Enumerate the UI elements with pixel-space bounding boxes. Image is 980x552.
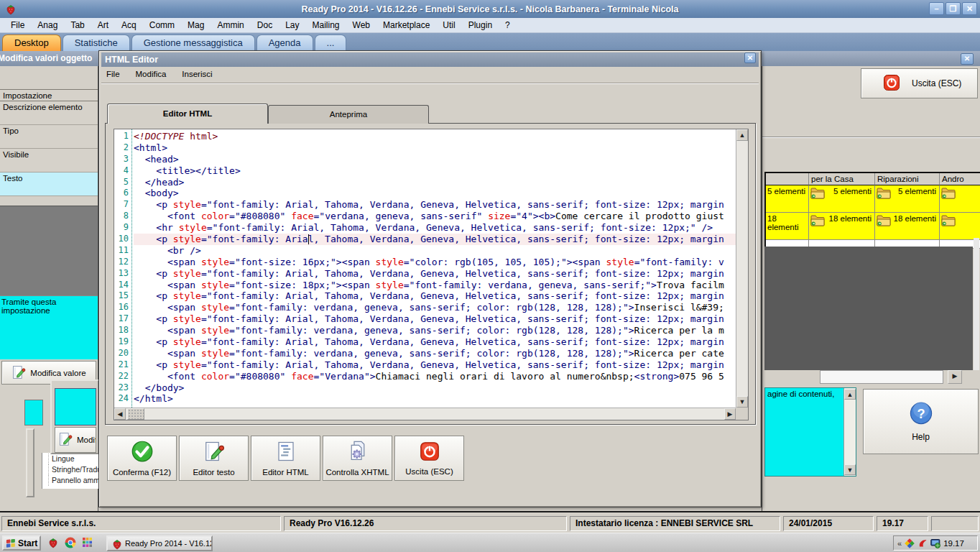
desktop-tab-desktop[interactable]: Desktop xyxy=(2,34,61,51)
table-cell[interactable]: 5 elementi xyxy=(809,185,875,213)
menu-item-ammin[interactable]: Ammin xyxy=(211,19,250,32)
code-line[interactable]: </body> xyxy=(134,382,736,394)
table-header-cell[interactable] xyxy=(766,173,809,185)
tray-swoosh-icon[interactable] xyxy=(917,538,928,548)
quicklaunch-browser-icon[interactable] xyxy=(65,537,76,548)
scroll-down-icon[interactable]: ▼ xyxy=(736,396,748,408)
menu-item-art[interactable]: Art xyxy=(91,19,115,32)
button-conferma-f12-[interactable]: Conferma (F12) xyxy=(107,436,177,481)
code-line[interactable]: <span style="font-family: verdana, genev… xyxy=(134,348,736,359)
desktop-tab-gestionemessaggistica[interactable]: Gestione messaggistica xyxy=(131,34,255,51)
menu-item-util[interactable]: Util xyxy=(436,19,461,32)
help-button[interactable]: ? Help xyxy=(863,389,979,454)
quicklaunch-grid-icon[interactable] xyxy=(82,537,93,548)
table-header-cell[interactable]: Andro xyxy=(940,173,980,185)
table-cell[interactable] xyxy=(940,185,980,213)
code-line[interactable]: </html> xyxy=(134,393,736,405)
code-line[interactable]: <span style="font-size: 18px;"><span sty… xyxy=(134,280,736,291)
scroll-up-icon[interactable]: ▲ xyxy=(844,389,856,400)
menu-item-acq[interactable]: Acq xyxy=(115,19,143,32)
tree-item[interactable]: Lingue xyxy=(48,454,99,464)
code-line[interactable]: <font color="#808080" face="verdana, gen… xyxy=(134,211,736,222)
code-line[interactable]: <hr style="font-family: Arial, Tahoma, V… xyxy=(134,222,736,234)
code-line[interactable]: <p style="font-family: Arial, Tahoma, Ve… xyxy=(134,359,736,371)
code-line[interactable]: <p style="font-family: Arial, Tahoma, Ve… xyxy=(134,336,736,348)
scrollbar-thumb[interactable] xyxy=(127,408,144,420)
exit-esc-button[interactable]: Uscita (ESC) xyxy=(861,68,978,98)
code-line[interactable]: <!DOCTYPE html> xyxy=(134,131,736,142)
table-cell[interactable]: 5 elementi xyxy=(766,185,809,213)
menu-item-doc[interactable]: Doc xyxy=(251,19,279,32)
table-header-cell[interactable]: Riparazioni xyxy=(875,173,940,185)
close-icon[interactable]: ✕ xyxy=(961,53,974,65)
menu-item-marketplace[interactable]: Marketplace xyxy=(376,19,436,32)
tray-network-icon[interactable] xyxy=(930,538,940,548)
scroll-down-icon[interactable]: ▼ xyxy=(844,464,856,475)
tray-antivirus-icon[interactable] xyxy=(905,538,915,548)
horizontal-scrollbar[interactable]: ◀ ▶ xyxy=(114,408,736,420)
code-line[interactable]: </head> xyxy=(134,177,736,188)
code-line[interactable]: <p style="font-family: Arial, Tahoma, Ve… xyxy=(134,290,736,302)
start-button[interactable]: Start xyxy=(2,535,41,551)
tab-anteprima[interactable]: Anteprima xyxy=(268,105,429,124)
scroll-right-icon[interactable]: ▶ xyxy=(948,370,962,384)
code-text-area[interactable]: <!DOCTYPE html><html> <head> <title></ti… xyxy=(134,131,736,408)
quicklaunch-strawberry-icon[interactable] xyxy=(47,537,59,548)
menu-item-comm[interactable]: Comm xyxy=(143,19,181,32)
dialog-menu-modifica[interactable]: Modifica xyxy=(136,70,167,78)
taskbar-task-readypro[interactable]: Ready Pro 2014 - V16.12.... xyxy=(106,535,213,551)
button-editor-html[interactable]: Editor HTML xyxy=(251,436,320,481)
horizontal-scrollbar[interactable] xyxy=(820,370,943,384)
table-cell[interactable]: 5 elementi xyxy=(875,185,940,213)
code-line[interactable]: <body> xyxy=(134,188,736,199)
minimize-icon[interactable]: – xyxy=(929,2,944,15)
menu-item-lay[interactable]: Lay xyxy=(279,19,305,32)
code-line[interactable]: <p style="font-family: Arial, Tahoma, Ve… xyxy=(134,313,736,325)
tree-item[interactable]: Pannello ammin xyxy=(48,475,99,486)
button-controlla-xhtml[interactable]: Controlla XHTML xyxy=(323,436,392,481)
code-line[interactable]: <p style="font-family: Arial, Tahoma, Ve… xyxy=(134,234,736,245)
tab-editor-html[interactable]: Editor HTML xyxy=(107,104,268,124)
code-editor[interactable]: 123456789101112131415161718192021222324 … xyxy=(114,129,749,420)
menu-item-anag[interactable]: Anag xyxy=(31,19,64,32)
table-cell[interactable]: 18 elementi xyxy=(875,213,940,240)
tray-expand-icon[interactable]: « xyxy=(897,539,902,548)
scroll-right-icon[interactable]: ▶ xyxy=(724,408,736,420)
scrollbar-track[interactable] xyxy=(974,238,979,370)
code-line[interactable]: <br /> xyxy=(134,245,736,257)
modify-button-clipped[interactable]: Modifica xyxy=(55,427,96,453)
table-cell[interactable]: 18 elementi xyxy=(766,213,809,240)
menu-item-?[interactable]: ? xyxy=(499,19,517,32)
code-line[interactable]: <span style="font-family: verdana, genev… xyxy=(134,325,736,336)
menu-item-file[interactable]: File xyxy=(4,19,31,32)
code-line[interactable]: <p style="font-family: Arial, Tahoma, Ve… xyxy=(134,268,736,280)
table-cell[interactable] xyxy=(940,213,980,240)
code-line[interactable]: <head> xyxy=(134,154,736,165)
code-line[interactable]: <font color="#808080" face="Verdana">Chi… xyxy=(134,371,736,382)
setting-row-visibile[interactable]: Visibile xyxy=(0,149,98,172)
close-icon[interactable]: ✕ xyxy=(744,52,756,63)
setting-row-testo[interactable]: Testo xyxy=(0,172,98,196)
code-line[interactable]: <span style="font-size: 16px;"><span sty… xyxy=(134,257,736,268)
desktop-tab-statistiche[interactable]: Statistiche xyxy=(63,34,130,51)
menu-item-mag[interactable]: Mag xyxy=(181,19,211,32)
dialog-menu-file[interactable]: File xyxy=(106,70,120,78)
menu-item-mailing[interactable]: Mailing xyxy=(306,19,346,32)
menu-item-plugin[interactable]: Plugin xyxy=(462,19,499,32)
scroll-up-icon[interactable]: ▲ xyxy=(736,129,748,141)
button-uscita-esc-[interactable]: Uscita (ESC) xyxy=(394,436,464,481)
table-header-cell[interactable]: per la Casa xyxy=(809,173,875,185)
button-editor-testo[interactable]: Editor testo xyxy=(179,436,249,481)
desktop-tab-...[interactable]: ... xyxy=(315,34,347,51)
menu-item-tab[interactable]: Tab xyxy=(64,19,91,32)
dialog-menu-inserisci[interactable]: Inserisci xyxy=(182,70,212,78)
setting-row-descrizioneelemento[interactable]: Descrizione elemento xyxy=(0,101,98,125)
code-line[interactable]: <p style="font-family: Arial, Tahoma, Ve… xyxy=(134,199,736,211)
tree-item[interactable]: Stringhe/Traduz xyxy=(48,464,99,475)
vertical-scrollbar[interactable]: ▲ ▼ xyxy=(843,388,856,476)
menu-item-web[interactable]: Web xyxy=(346,19,376,32)
table-cell[interactable]: 18 elementi xyxy=(809,213,875,240)
close-icon[interactable]: ✕ xyxy=(962,2,977,15)
code-line[interactable]: <html> xyxy=(134,142,736,154)
scroll-left-icon[interactable]: ◀ xyxy=(114,408,126,420)
